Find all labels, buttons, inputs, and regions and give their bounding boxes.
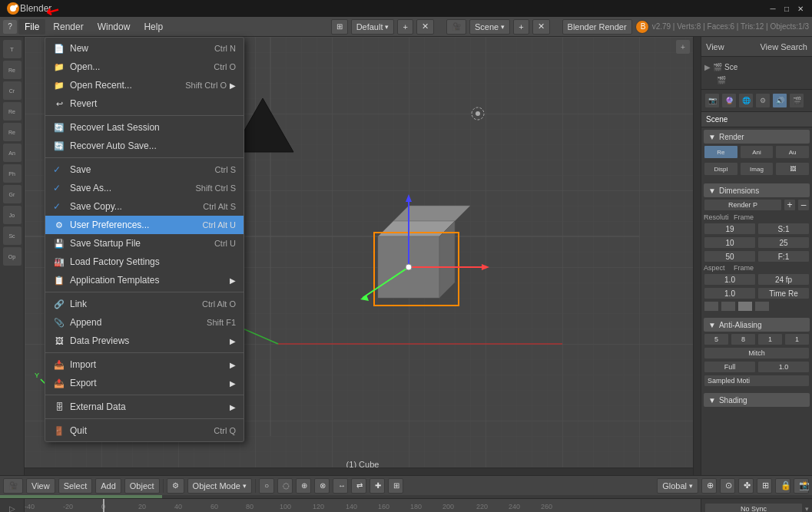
res-x-field[interactable]: 19 — [704, 223, 756, 235]
menu-external-data[interactable]: 🗄 External Data ▶ — [45, 398, 244, 416]
full-field[interactable]: Full — [704, 361, 756, 373]
vp-btn-8[interactable]: ⊞ — [388, 478, 403, 494]
right-search-btn[interactable]: View Search — [760, 42, 807, 51]
menu-revert[interactable]: ↩ Revert — [45, 94, 244, 113]
menu-open-recent[interactable]: 📁 Open Recent... Shift Ctrl O ▶ — [45, 76, 244, 94]
res-y-field[interactable]: 10 — [704, 236, 756, 249]
layout-add-btn[interactable]: + — [397, 19, 413, 35]
render-ani-btn[interactable]: Ani — [740, 145, 774, 159]
preset-remove-btn[interactable]: – — [797, 199, 810, 211]
tool-icon-5[interactable]: Re — [3, 123, 22, 141]
dimensions-header[interactable]: ▼ Dimensions — [704, 183, 810, 197]
time-remap-field[interactable]: Time Re — [757, 287, 810, 299]
res-percent-field[interactable]: 50 — [704, 250, 756, 263]
menu-append[interactable]: 📎 Append Shift F1 — [45, 313, 244, 332]
menu-recover-last[interactable]: 🔄 Recover Last Session — [45, 118, 244, 137]
aspect-y-field[interactable]: 1.0 — [704, 287, 756, 299]
menu-import[interactable]: 📥 Import ▶ — [45, 355, 244, 374]
menu-save-copy[interactable]: ✓ Save Copy... Ctrl Alt S — [45, 197, 244, 216]
render-au-btn[interactable]: Au — [775, 145, 810, 159]
tool-icon-2[interactable]: Re — [3, 61, 22, 79]
minimize-button[interactable]: ─ — [767, 3, 778, 14]
timeline-left-icon[interactable]: ▷ — [0, 499, 25, 512]
menu-save-as[interactable]: ✓ Save As... Shift Ctrl S — [45, 179, 244, 197]
view-btn[interactable]: View — [26, 478, 55, 494]
mode-icon[interactable]: ⚙ — [167, 478, 184, 494]
mode-select[interactable]: Object Mode ▾ — [187, 478, 252, 494]
camera-prop-icon[interactable]: 📷 — [704, 93, 720, 108]
vp-btn-6[interactable]: ⇄ — [351, 478, 366, 494]
render-preset-field[interactable]: Render P — [704, 199, 782, 211]
frame-end-field[interactable]: 25 — [757, 236, 810, 249]
aa-1-btn[interactable]: 1 — [757, 333, 783, 345]
fps-field[interactable]: 24 fp — [757, 273, 810, 286]
vp-btn-2[interactable]: ◌ — [277, 478, 293, 494]
object-prop-icon[interactable]: ⚙ — [755, 93, 771, 108]
vp-end-5[interactable]: 🔒 — [775, 478, 790, 494]
layout-select[interactable]: Default ▾ — [351, 19, 395, 35]
viewport-corner-btn[interactable]: + — [676, 40, 690, 54]
vp-end-6[interactable]: 📸 — [794, 478, 809, 494]
viewport-icon-btn[interactable]: 🎥 — [3, 478, 23, 494]
aa-11-btn[interactable]: 1 — [784, 333, 810, 345]
tool-icon-8[interactable]: Gr — [3, 185, 22, 203]
close-button[interactable]: ✕ — [795, 3, 806, 14]
layout-remove-btn[interactable]: ✕ — [416, 19, 434, 35]
vp-end-1[interactable]: ⊕ — [701, 478, 717, 494]
tool-icon-9[interactable]: Jo — [3, 206, 22, 224]
viewport-scrollbar-v[interactable] — [693, 37, 701, 475]
menu-data-previews[interactable]: 🖼 Data Previews ▶ — [45, 332, 244, 350]
tool-icon-3[interactable]: Cr — [3, 81, 22, 100]
timeline-track[interactable]: -40 -20 0 20 40 60 80 100 120 140 160 18… — [25, 499, 701, 512]
frame-start-field[interactable]: S:1 — [757, 223, 810, 235]
menu-new[interactable]: 📄 New Ctrl N — [45, 39, 244, 58]
menu-link[interactable]: 🔗 Link Ctrl Alt O — [45, 295, 244, 313]
vp-end-2[interactable]: ⊙ — [720, 478, 735, 494]
aa-8-btn[interactable]: 8 — [731, 333, 756, 345]
vp-end-3[interactable]: ✤ — [738, 478, 754, 494]
render-re-btn[interactable]: Re — [704, 145, 738, 159]
frame-step-field[interactable]: F:1 — [757, 250, 810, 263]
vp-btn-4[interactable]: ⊗ — [314, 478, 330, 494]
tool-icon-1[interactable]: T — [3, 40, 22, 58]
menu-app-templates[interactable]: 📋 Application Templates ▶ — [45, 271, 244, 289]
vp-btn-3[interactable]: ⊕ — [296, 478, 311, 494]
right-view-btn[interactable]: View — [706, 42, 724, 51]
image2-btn[interactable]: 🖼 — [775, 162, 810, 176]
menu-window[interactable]: Window — [91, 19, 137, 35]
preset-add-btn[interactable]: + — [784, 199, 796, 211]
shading-header[interactable]: ▼ Shading — [704, 393, 810, 407]
menu-help[interactable]: Help — [138, 19, 169, 35]
vp-btn-5[interactable]: ↔ — [333, 478, 348, 494]
layout-grid-btn[interactable]: ⊞ — [331, 19, 348, 35]
display-btn[interactable]: Displ — [704, 162, 738, 176]
object-btn[interactable]: Object — [124, 478, 160, 494]
info-icon[interactable]: ? — [3, 20, 17, 34]
menu-recover-auto[interactable]: 🔄 Recover Auto Save... — [45, 137, 244, 155]
scene-select[interactable]: Scene ▾ — [469, 19, 510, 35]
world-prop-icon[interactable]: 🌐 — [738, 93, 754, 108]
menu-save-startup[interactable]: 💾 Save Startup File Ctrl U — [45, 234, 244, 253]
render-engine-select[interactable]: Blender Render — [562, 19, 632, 35]
aa-5-btn[interactable]: 5 — [704, 333, 729, 345]
global-select[interactable]: Global ▾ — [657, 478, 698, 494]
viewport-scrollbar-h[interactable] — [25, 467, 693, 475]
full-value-field[interactable]: 1.0 — [757, 361, 810, 373]
render-prop-icon[interactable]: 🔊 — [772, 93, 787, 108]
render-section-header[interactable]: ▼ Render — [704, 130, 810, 144]
scene-add-btn[interactable]: + — [513, 19, 529, 35]
tool-icon-11[interactable]: Op — [3, 247, 22, 266]
material-prop-icon[interactable]: 🔮 — [721, 93, 737, 108]
scene-sub-item[interactable]: 🎬 — [704, 74, 809, 86]
menu-export[interactable]: 📤 Export ▶ — [45, 374, 244, 392]
select-btn[interactable]: Select — [58, 478, 93, 494]
menu-load-factory[interactable]: 🏭 Load Factory Settings — [45, 253, 244, 271]
tool-icon-7[interactable]: Ph — [3, 164, 22, 183]
vp-end-4[interactable]: ⊞ — [757, 478, 772, 494]
add-btn[interactable]: Add — [95, 478, 121, 494]
sampled-field[interactable]: Sampled Moti — [704, 375, 810, 387]
menu-open[interactable]: 📁 Open... Ctrl O — [45, 58, 244, 76]
tool-icon-4[interactable]: Re — [3, 102, 22, 121]
tool-icon-6[interactable]: An — [3, 144, 22, 162]
menu-save[interactable]: ✓ Save Ctrl S — [45, 160, 244, 179]
